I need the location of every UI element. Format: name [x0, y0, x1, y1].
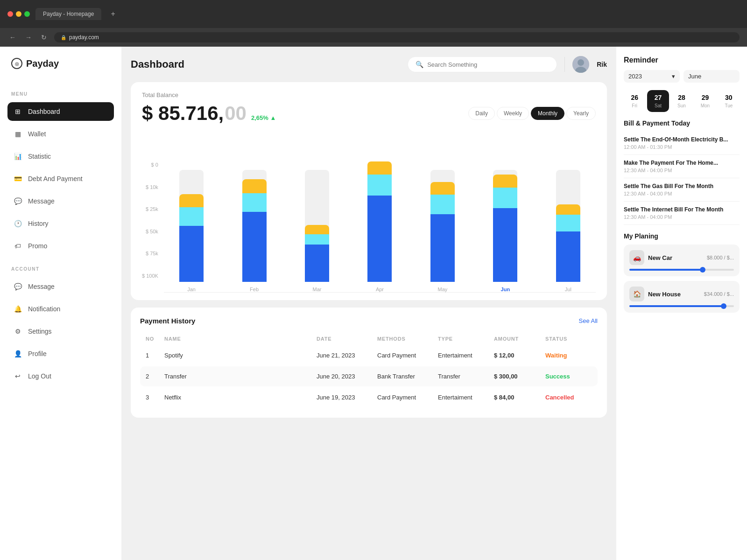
x-label-jan: Jan [187, 287, 196, 292]
row-name: Netflix [164, 394, 317, 401]
col-name: NAME [164, 336, 317, 342]
avatar-image [572, 56, 589, 73]
year-select[interactable]: 2023 ▾ [624, 70, 680, 83]
bill-item-3[interactable]: Settle The Gas Bill For The Month 12:30 … [624, 178, 740, 202]
message-icon: 💬 [13, 196, 22, 206]
debt-payment-icon: 💳 [13, 174, 22, 183]
search-bar[interactable]: 🔍 [408, 56, 557, 72]
x-label-feb: Feb [250, 287, 259, 292]
maximize-window-button[interactable] [24, 11, 30, 17]
notification-icon: 🔔 [13, 304, 22, 314]
bill-section-title: Bill & Payment Today [624, 119, 740, 127]
bill-name: Make The Payment For The Home... [624, 160, 740, 166]
sidebar-item-profile[interactable]: 👤 Profile [7, 344, 114, 363]
car-icon: 🚗 [629, 250, 644, 265]
bar-group-may: May [415, 148, 470, 292]
sidebar-item-message[interactable]: 💬 Message [7, 192, 114, 210]
table-row[interactable]: 1 Spotify June 21, 2023 Card Payment Ent… [140, 345, 598, 365]
row-name: Transfer [164, 373, 317, 380]
bill-item-1[interactable]: Settle The End-Of-Month Electricity B...… [624, 132, 740, 155]
sidebar-item-label: Wallet [28, 130, 46, 138]
row-type: Entertaiment [438, 352, 494, 359]
balance-row: $ 85.716, 00 2,65% ▲ Daily Weekly Monthl… [142, 102, 596, 125]
see-all-link[interactable]: See All [579, 317, 598, 324]
house-icon: 🏠 [629, 287, 644, 301]
svg-point-1 [578, 59, 584, 66]
chevron-down-icon: ▾ [672, 73, 675, 80]
month-select[interactable]: June [684, 70, 740, 83]
cal-day-26[interactable]: 26 Fri [624, 90, 645, 112]
row-method: Card Payment [377, 394, 438, 401]
avatar[interactable] [572, 56, 589, 73]
row-no: 1 [146, 352, 164, 359]
address-bar-row: ← → ↻ 🔒 payday.com [0, 28, 747, 47]
forward-button[interactable]: → [23, 32, 34, 43]
header-right: 🔍 Rik [408, 56, 607, 73]
close-window-button[interactable] [7, 11, 13, 17]
payment-history-card: Payment History See All NO NAME DATE MET… [131, 308, 607, 418]
sidebar-item-dashboard[interactable]: ⊞ Dashboard [7, 102, 114, 121]
main-header: Dashboard 🔍 Rik [131, 56, 607, 73]
row-amount: $ 300,00 [494, 373, 545, 380]
sidebar-item-debt-payment[interactable]: 💳 Debt And Payment [7, 169, 114, 188]
cal-day-27[interactable]: 27 Sat [647, 90, 669, 112]
balance-cents: 00 [225, 102, 247, 125]
bill-item-4[interactable]: Settle The Internet Bill For The Month 1… [624, 202, 740, 225]
address-bar[interactable]: 🔒 payday.com [54, 32, 740, 42]
app-logo: ◎ Payday [7, 58, 114, 69]
search-input[interactable] [427, 61, 549, 68]
row-date: June 20, 2023 [317, 373, 377, 380]
row-no: 2 [146, 373, 164, 380]
dashboard-icon: ⊞ [13, 107, 22, 116]
sidebar-item-notification[interactable]: 🔔 Notification [7, 300, 114, 318]
x-label-jun: Jun [501, 287, 510, 292]
period-weekly-button[interactable]: Weekly [497, 107, 529, 120]
cal-day-30[interactable]: 30 Tue [718, 90, 740, 112]
bar-group-apr: Apr [352, 148, 407, 292]
table-row[interactable]: 2 Transfer June 20, 2023 Bank Transfer T… [140, 366, 598, 386]
period-monthly-button[interactable]: Monthly [531, 107, 564, 120]
new-tab-button[interactable]: + [107, 8, 119, 20]
sidebar: ◎ Payday MENU ⊞ Dashboard ▦ Wallet 📊 Sta… [0, 47, 121, 560]
y-label: $ 0 [142, 162, 158, 168]
bill-item-2[interactable]: Make The Payment For The Home... 12:30 A… [624, 155, 740, 178]
url-text: payday.com [69, 34, 99, 41]
sidebar-item-settings[interactable]: ⚙ Settings [7, 322, 114, 341]
sidebar-item-history[interactable]: 🕐 History [7, 214, 114, 233]
planning-progress-fill [629, 305, 724, 307]
bar-group-jul: Jul [541, 148, 596, 292]
cal-day-29[interactable]: 29 Mon [694, 90, 716, 112]
right-panel: Reminder 2023 ▾ June 26 Fri 27 Sat [616, 47, 747, 560]
period-yearly-button[interactable]: Yearly [566, 107, 596, 120]
minimize-window-button[interactable] [16, 11, 21, 17]
planning-item-house[interactable]: 🏠 New House $34.000 / $... [624, 281, 740, 313]
status-badge: Success [545, 373, 592, 380]
profile-icon: 👤 [13, 349, 22, 358]
period-daily-button[interactable]: Daily [468, 107, 495, 120]
planning-progress-thumb[interactable] [700, 267, 705, 273]
tab-title: Payday - Homepage [43, 11, 94, 17]
planning-progress-thumb[interactable] [721, 303, 726, 309]
planning-item-car[interactable]: 🚗 New Car $8.000 / $... [624, 245, 740, 276]
sidebar-item-wallet[interactable]: ▦ Wallet [7, 125, 114, 143]
browser-tab[interactable]: Payday - Homepage [35, 8, 101, 20]
balance-card: Total Balance $ 85.716, 00 2,65% ▲ Daily… [131, 82, 607, 300]
bill-time: 12:00 AM - 01:30 PM [624, 144, 740, 150]
col-amount: AMOUNT [494, 336, 545, 342]
sidebar-item-promo[interactable]: 🏷 Promo [7, 237, 114, 255]
back-button[interactable]: ← [7, 32, 18, 43]
message-acc-icon: 💬 [13, 282, 22, 291]
sidebar-item-logout[interactable]: ↩ Log Out [7, 367, 114, 385]
row-name: Spotify [164, 352, 317, 359]
cal-day-28[interactable]: 28 Sun [671, 90, 692, 112]
refresh-button[interactable]: ↻ [39, 32, 49, 43]
status-badge: Waiting [545, 352, 592, 359]
col-type: TYPE [438, 336, 494, 342]
table-row[interactable]: 3 Netflix June 19, 2023 Card Payment Ent… [140, 387, 598, 407]
planning-name: New House [648, 291, 700, 298]
y-label: $ 10k [142, 184, 158, 190]
sidebar-item-statistic[interactable]: 📊 Statistic [7, 147, 114, 166]
account-section-label: ACCOUNT [7, 263, 114, 273]
row-amount: $ 12,00 [494, 352, 545, 359]
sidebar-item-message-acc[interactable]: 💬 Message [7, 277, 114, 296]
